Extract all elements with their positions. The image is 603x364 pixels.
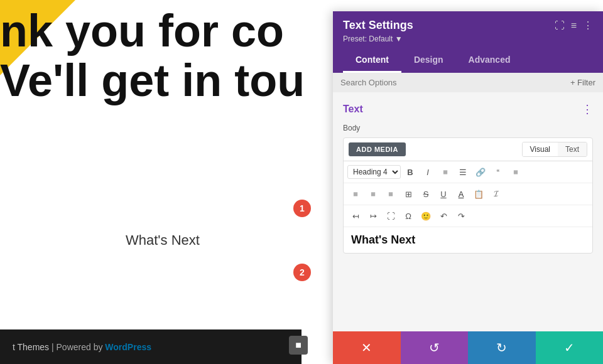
search-bar: + Filter [333, 73, 603, 92]
tab-visual[interactable]: Visual [523, 142, 558, 156]
toolbar-row-1: Heading 4 B I ≡ ☰ 🔗 “ ≡ [344, 161, 592, 183]
close-button[interactable]: ✕ [333, 331, 401, 364]
panel-title-row: Text Settings ⛶ ≡ ⋮ [343, 19, 593, 32]
editor-heading-text: What's Next [351, 233, 415, 246]
paste-button[interactable]: 📋 [470, 186, 487, 202]
ordered-list-button[interactable]: ☰ [455, 164, 471, 180]
underline-button[interactable]: U [435, 186, 452, 202]
heading-line-2: Ve'll get in tou [0, 56, 305, 105]
tab-text[interactable]: Text [558, 142, 587, 156]
body-label: Body [343, 124, 593, 132]
save-button[interactable]: ✓ [536, 331, 604, 364]
expand-icon[interactable]: ⛶ [555, 20, 565, 31]
table-button[interactable]: ⊞ [400, 186, 416, 202]
rss-icon: ■ [289, 336, 308, 355]
panel-tabs: Content Design Advanced [343, 48, 593, 73]
unordered-list-button[interactable]: ≡ [437, 164, 454, 180]
align-right-button[interactable]: ≡ [383, 186, 399, 202]
filter-button[interactable]: + Filter [570, 78, 595, 87]
editor-top-bar: ADD MEDIA Visual Text [344, 138, 592, 161]
toolbar-row-2: ≡ ≡ ≡ ⊞ S U A 📋 𝓘 [344, 183, 592, 205]
panel-title: Text Settings [343, 19, 413, 32]
emoji-button[interactable]: 🙂 [418, 208, 434, 224]
omega-button[interactable]: Ω [400, 208, 416, 224]
bold-button[interactable]: B [402, 164, 418, 180]
section-menu-icon[interactable]: ⋮ [582, 102, 593, 116]
footer-bar: t Themes | Powered by WordPress [0, 329, 302, 364]
undo-editor-button[interactable]: ↶ [435, 208, 452, 224]
indent-right-button[interactable]: ↦ [365, 208, 381, 224]
add-media-button[interactable]: ADD MEDIA [349, 142, 406, 156]
clear-format-button[interactable]: 𝓘 [488, 186, 504, 202]
heading-line-1: nk you for co [0, 6, 305, 56]
settings-panel: Text Settings ⛶ ≡ ⋮ Preset: Default ▼ Co… [333, 11, 603, 364]
page-heading: nk you for co Ve'll get in tou [0, 6, 305, 105]
section-title: Text [343, 104, 363, 115]
align-button[interactable]: ≡ [508, 164, 524, 180]
italic-button[interactable]: I [420, 164, 436, 180]
editor-area: ADD MEDIA Visual Text Heading 4 B I ≡ ☰ … [343, 137, 593, 254]
whats-next-label: What's Next [126, 232, 200, 249]
redo-button[interactable]: ↻ [468, 331, 536, 364]
fullscreen-button[interactable]: ⛶ [383, 208, 399, 224]
blockquote-button[interactable]: “ [490, 164, 506, 180]
more-icon[interactable]: ⋮ [583, 19, 593, 31]
footer-wp-link[interactable]: WordPress [105, 342, 151, 352]
step-badge-2: 2 [293, 264, 311, 281]
footer-text: t Themes | Powered by WordPress [13, 342, 151, 352]
action-bar: ✕ ↺ ↻ ✓ [333, 331, 603, 364]
link-button[interactable]: 🔗 [472, 164, 489, 180]
footer-separator: | Powered by [52, 342, 105, 352]
panel-title-icons: ⛶ ≡ ⋮ [555, 19, 593, 31]
footer-et-themes: t Themes [13, 342, 49, 352]
panel-preset[interactable]: Preset: Default ▼ [343, 35, 593, 43]
step-badge-1: 1 [293, 200, 311, 217]
strikethrough-button[interactable]: S [418, 186, 434, 202]
panel-body: Text ⋮ Body ADD MEDIA Visual Text Headin… [333, 92, 603, 331]
step-badge-1-container: 1 [293, 200, 311, 217]
align-left-button[interactable]: ≡ [347, 186, 364, 202]
indent-left-button[interactable]: ↤ [347, 208, 364, 224]
tab-advanced[interactable]: Advanced [456, 48, 523, 73]
toolbar-row-3: ↤ ↦ ⛶ Ω 🙂 ↶ ↷ [344, 205, 592, 227]
align-center-button[interactable]: ≡ [365, 186, 381, 202]
section-header: Text ⋮ [343, 102, 593, 116]
redo-editor-button[interactable]: ↷ [453, 208, 469, 224]
tab-design[interactable]: Design [401, 48, 456, 73]
step-badge-2-container: 2 [293, 264, 311, 281]
columns-icon[interactable]: ≡ [571, 20, 577, 31]
visual-text-tabs: Visual Text [522, 142, 587, 157]
search-input[interactable] [340, 78, 565, 87]
undo-button[interactable]: ↺ [401, 331, 469, 364]
editor-text-content[interactable]: What's Next [344, 227, 592, 253]
font-color-button[interactable]: A [453, 186, 469, 202]
heading-select[interactable]: Heading 4 [347, 165, 401, 179]
panel-header: Text Settings ⛶ ≡ ⋮ Preset: Default ▼ Co… [333, 11, 603, 73]
tab-content[interactable]: Content [343, 48, 401, 73]
